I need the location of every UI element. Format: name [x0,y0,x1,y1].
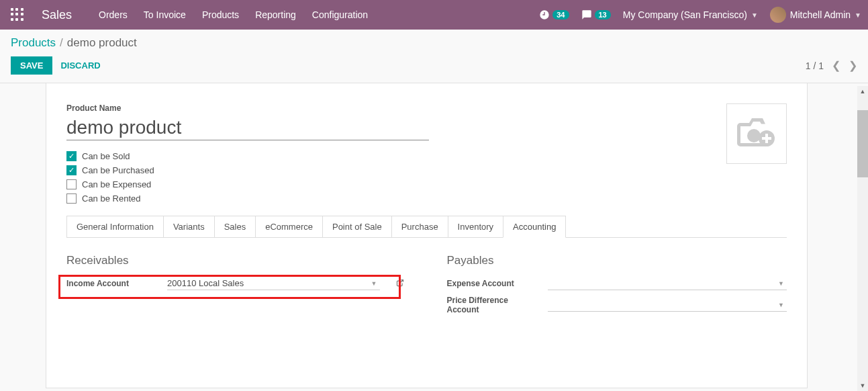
camera-plus-icon [737,118,776,149]
expense-account-input-wrap: ▼ [548,277,787,290]
product-image-upload[interactable] [726,103,787,164]
expense-account-input[interactable] [548,278,776,288]
tab-content-accounting: Receivables Income Account ▼ Pa [66,238,787,336]
company-selector[interactable]: My Company (San Francisco) ▼ [623,9,758,20]
external-link-icon[interactable] [393,279,407,289]
scroll-up-icon[interactable]: ▲ [857,86,868,97]
scroll-down-icon[interactable]: ▼ [857,380,868,391]
income-account-input-wrap: ▼ [167,277,380,290]
payables-column: Payables Expense Account ▼ Price Differe… [447,254,787,320]
checkbox-can-be-expensed[interactable]: Can be Expensed [66,179,787,189]
checkbox-list: ✓ Can be Sold ✓ Can be Purchased Can be … [66,151,787,204]
scrollbar[interactable]: ▲ ▼ [857,86,868,391]
expense-account-row: Expense Account ▼ [447,277,787,290]
tab-accounting[interactable]: Accounting [503,216,566,238]
nav-right: 34 13 My Company (San Francisco) ▼ Mitch… [539,7,861,23]
checkbox-icon: ✓ [66,165,77,175]
checkbox-icon [66,179,77,189]
receivables-title: Receivables [66,254,407,267]
pager-next[interactable]: ❯ [849,59,857,72]
tab-variants[interactable]: Variants [163,216,215,237]
apps-icon[interactable] [11,8,24,21]
payables-title: Payables [447,254,787,267]
product-name-label: Product Name [66,103,787,113]
activity-badge: 34 [552,10,569,19]
tabs: General Information Variants Sales eComm… [66,216,787,238]
pager-text: 1 / 1 [806,60,824,71]
tab-ecommerce[interactable]: eCommerce [255,216,323,237]
checkbox-icon: ✓ [66,151,77,161]
receivables-column: Receivables Income Account ▼ [66,254,407,320]
tab-purchase[interactable]: Purchase [391,216,448,237]
clock-icon [539,9,550,20]
price-diff-input[interactable] [548,300,776,310]
tab-inventory[interactable]: Inventory [448,216,503,237]
checkbox-label: Can be Purchased [82,165,154,175]
actions-row: SAVE DISCARD 1 / 1 ❮ ❯ [0,54,868,83]
tab-point-of-sale[interactable]: Point of Sale [322,216,392,237]
caret-down-icon: ▼ [751,11,758,19]
product-name-input[interactable] [66,116,429,140]
user-selector[interactable]: Mitchell Admin ▼ [770,7,861,23]
tab-general-information[interactable]: General Information [66,216,164,237]
price-diff-input-wrap: ▼ [548,298,787,312]
dropdown-caret-icon[interactable]: ▼ [775,280,787,287]
income-account-label: Income Account [66,279,154,288]
messages-indicator[interactable]: 13 [581,9,611,20]
price-diff-row: Price Difference Account ▼ [447,296,787,314]
company-name: My Company (San Francisco) [623,9,747,20]
scrollbar-thumb[interactable] [857,110,868,177]
svg-point-0 [747,129,761,142]
checkbox-label: Can be Expensed [82,179,151,189]
income-account-input[interactable] [167,278,369,288]
caret-down-icon: ▼ [855,11,861,19]
app-title[interactable]: Sales [42,8,72,22]
pager: 1 / 1 ❮ ❯ [806,59,857,72]
breadcrumb: Products / demo product [0,30,868,54]
chat-icon [581,9,592,20]
price-diff-label: Price Difference Account [447,296,534,314]
messages-badge: 13 [595,10,611,19]
checkbox-can-be-purchased[interactable]: ✓ Can be Purchased [66,165,787,175]
svg-rect-3 [762,137,771,140]
user-name: Mitchell Admin [790,9,851,20]
activity-indicator[interactable]: 34 [539,9,569,20]
income-account-row: Income Account ▼ [66,277,407,290]
checkbox-icon [66,193,77,204]
tab-sales[interactable]: Sales [214,216,256,237]
nav-reporting[interactable]: Reporting [255,9,296,20]
nav-configuration[interactable]: Configuration [312,9,368,20]
breadcrumb-sep: / [60,36,63,50]
nav-products[interactable]: Products [202,9,239,20]
top-navbar: Sales Orders To Invoice Products Reporti… [0,0,868,30]
pager-prev[interactable]: ❮ [832,59,840,72]
discard-button[interactable]: DISCARD [60,60,100,71]
form-sheet: Product Name ✓ Can be Sold ✓ Can be Purc… [46,83,808,388]
checkbox-can-be-sold[interactable]: ✓ Can be Sold [66,151,787,161]
nav-orders[interactable]: Orders [99,9,128,20]
expense-account-label: Expense Account [447,279,534,288]
breadcrumb-products[interactable]: Products [11,36,56,50]
checkbox-can-be-rented[interactable]: Can be Rented [66,193,787,204]
dropdown-caret-icon[interactable]: ▼ [369,280,380,287]
save-button[interactable]: SAVE [11,56,52,75]
nav-menu: Orders To Invoice Products Reporting Con… [99,9,368,20]
content-area: Product Name ✓ Can be Sold ✓ Can be Purc… [0,83,868,388]
dropdown-caret-icon[interactable]: ▼ [775,302,787,308]
form-body: Product Name ✓ Can be Sold ✓ Can be Purc… [46,83,807,349]
nav-to-invoice[interactable]: To Invoice [144,9,186,20]
breadcrumb-current: demo product [67,36,137,50]
avatar [770,7,786,23]
checkbox-label: Can be Rented [82,193,140,204]
checkbox-label: Can be Sold [82,151,130,161]
